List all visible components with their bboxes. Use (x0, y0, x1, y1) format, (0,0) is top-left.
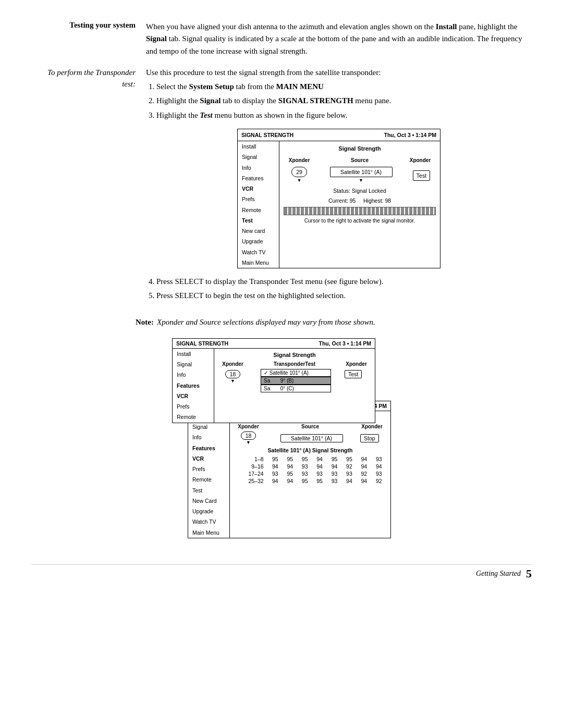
transponder-label: To perform the Transpondertest: (31, 67, 136, 304)
diag2t-test-btn[interactable]: Test (345, 369, 371, 378)
diag2t-arrow: ▼ (230, 378, 235, 384)
diag2t-test-button[interactable]: Test (345, 370, 362, 378)
diag2b-col-headers: Xponder Source Xponder (234, 424, 386, 429)
signal-bar (284, 207, 436, 215)
diag2b-col1: Xponder (234, 424, 263, 429)
diagram1-container: SIGNAL STRENGTH Thu, Oct 3 • 1:14 PM Ins… (146, 129, 532, 268)
diag2t-xponder-ctrl: 18 ▼ (218, 369, 247, 384)
sidebar-newcard: New card (238, 226, 279, 236)
diag2b-xponder-ctrl: 18 ▼ (234, 431, 263, 445)
diag2t-prefs: Prefs (173, 401, 214, 412)
signal-row-4: 25–32 94949595 93949492 (234, 477, 386, 485)
diagram-stack: SIGNAL STRENGTH Thu, Oct 3 • 1:14 PM Ins… (172, 338, 391, 536)
diagram1-header-left: SIGNAL STRENGTH (241, 131, 293, 139)
transponder-intro: Use this procedure to test the signal st… (146, 68, 381, 77)
diag2t-dropdown-item-3[interactable]: Sa 0° (C) (261, 385, 331, 392)
diag2b-col3: Xponder (358, 424, 386, 429)
diag2b-remote: Remote (188, 474, 229, 485)
diag2b-upgrade: Upgrade (188, 506, 229, 516)
diag2b-source-ctrl: Satellite 101° (A) (278, 434, 346, 442)
step-4: Press SELECT to display the Transponder … (156, 276, 532, 288)
diag2t-body: Install Signal Info Features VCR Prefs R… (173, 349, 375, 423)
footer-text: Getting Started (476, 570, 521, 578)
note-row: Note: Xponder and Source selections disp… (136, 318, 532, 327)
diag2b-arrow: ▼ (246, 440, 251, 445)
sidebar-watchtv: Watch TV (238, 247, 279, 257)
diagram1-sidebar: Install Signal Info Features VCR Prefs R… (238, 141, 279, 268)
diag2t-col1: Xponder (218, 361, 247, 367)
xponder-val: 29 (291, 167, 307, 177)
col1-header: Xponder (284, 156, 315, 165)
steps-after: Press SELECT to display the Transponder … (156, 276, 532, 302)
signal-row-3: 17–24 93959393 93939293 (234, 470, 386, 477)
diagram1-header-right: Thu, Oct 3 • 1:14 PM (384, 131, 436, 139)
step-1: Select the System Setup tab from the MAI… (156, 81, 532, 93)
diag2t-dropdown-item-2[interactable]: Sa 9° (B) (261, 377, 331, 385)
diag2b-main: Signal Strength Xponder Source Xponder 1… (230, 411, 390, 538)
sidebar-mainmenu: Main Menu (238, 257, 279, 268)
diagram2-top-header: SIGNAL STRENGTH Thu, Oct 3 • 1:14 PM (173, 339, 375, 349)
diagram1-body: Install Signal Info Features VCR Prefs R… (238, 141, 440, 268)
diag2t-dropdown-container: ✓ Satellite 101° (A) Sa 9° (B) Sa 0° (C) (261, 369, 331, 392)
transponder-section: To perform the Transpondertest: Use this… (31, 67, 532, 304)
diag2b-test: Test (188, 485, 229, 496)
diagram1-current-highest: Current: 95 Highest: 98 (284, 196, 436, 205)
diag2b-stop-btn[interactable]: Stop (360, 434, 386, 442)
diagram1-main: Signal Strength Xponder Source Xponder 2… (279, 141, 440, 268)
transponder-content: Use this procedure to test the signal st… (146, 67, 532, 304)
diagram1: SIGNAL STRENGTH Thu, Oct 3 • 1:14 PM Ins… (237, 129, 440, 268)
sidebar-remote: Remote (238, 205, 279, 215)
diag2b-sidebar: Install Signal Info Features VCR Prefs R… (188, 411, 230, 538)
note-text: Xponder and Source selections displayed … (157, 318, 375, 327)
stop-button[interactable]: Stop (360, 434, 379, 442)
diag2t-title: Signal Strength (218, 352, 371, 358)
diag2b-controls: 18 ▼ Satellite 101° (A) Stop (234, 431, 386, 445)
diag2b-source: Satellite 101° (A) (280, 434, 343, 442)
diag2b-signal: Signal (188, 422, 229, 432)
diag2b-body: Install Signal Info Features VCR Prefs R… (188, 411, 390, 538)
diagram1-col-headers: Xponder Source Xponder (284, 156, 436, 165)
diagram2-top: SIGNAL STRENGTH Thu, Oct 3 • 1:14 PM Ins… (172, 338, 375, 423)
step-5: Press SELECT to begin the test on the hi… (156, 290, 532, 302)
diag2t-info: Info (173, 369, 214, 380)
testing-label: Testing your system (31, 21, 136, 57)
page-footer: Getting Started 5 (31, 564, 532, 581)
sidebar-prefs: Prefs (238, 194, 279, 204)
diag2t-sidebar: Install Signal Info Features VCR Prefs R… (173, 349, 214, 423)
stacked-diagrams: SIGNAL STRENGTH Thu, Oct 3 • 1:14 PM Ins… (31, 338, 532, 536)
testing-body: When you have aligned your dish antenna … (146, 21, 532, 57)
diag2t-dropdown-item-1[interactable]: ✓ Satellite 101° (A) (261, 369, 331, 377)
sidebar-info: Info (238, 163, 279, 173)
diag2t-main: Signal Strength Xponder TransponderTest … (214, 349, 375, 423)
diag2b-mainmenu: Main Menu (188, 527, 229, 538)
current-val: Current: 95 (328, 198, 356, 204)
diagram1-controls: 29 ▼ Satellite 101° (A) ▼ Test (284, 167, 436, 184)
diag2t-signal: Signal (173, 359, 214, 369)
signal-table: 1–8 95959594 95959493 9–16 94949394 9492… (234, 455, 386, 485)
diag2t-col-headers: Xponder TransponderTest Xponder (218, 361, 371, 367)
diag2b-xponder-val: 18 (241, 431, 256, 440)
cursor-text: Cursor to the right to activate the sign… (284, 217, 436, 225)
signal-row-1: 1–8 95959594 95959493 (234, 455, 386, 463)
diag2t-install: Install (173, 349, 214, 359)
test-button[interactable]: Test (413, 170, 430, 181)
sidebar-vcr: VCR (238, 183, 279, 194)
diag2b-newcard: New Card (188, 496, 229, 506)
range-17-24: 17–24 (234, 470, 268, 477)
diag2b-col2: Source (279, 424, 341, 429)
col2-header: Source (328, 156, 391, 165)
diag2t-remote: Remote (173, 412, 214, 422)
range-25-32: 25–32 (234, 477, 268, 485)
diagram1-status: Status: Signal Locked (284, 187, 436, 195)
step-3: Highlight the Test menu button as shown … (156, 109, 532, 121)
footer-number: 5 (526, 567, 532, 581)
sidebar-signal: Signal (238, 152, 279, 162)
diag2b-info: Info (188, 432, 229, 442)
test-btn[interactable]: Test (407, 170, 436, 181)
diag2b-vcr: VCR (188, 453, 229, 464)
diag2t-controls: 18 ▼ ✓ Satellite 101° (A) Sa 9° (B) Sa 0… (218, 369, 371, 392)
steps-list: Select the System Setup tab from the MAI… (156, 81, 532, 121)
source-ctrl: Satellite 101° (A) ▼ (327, 167, 395, 184)
diagram1-title: Signal Strength (284, 144, 436, 153)
highest-val: Highest: 98 (363, 198, 391, 204)
